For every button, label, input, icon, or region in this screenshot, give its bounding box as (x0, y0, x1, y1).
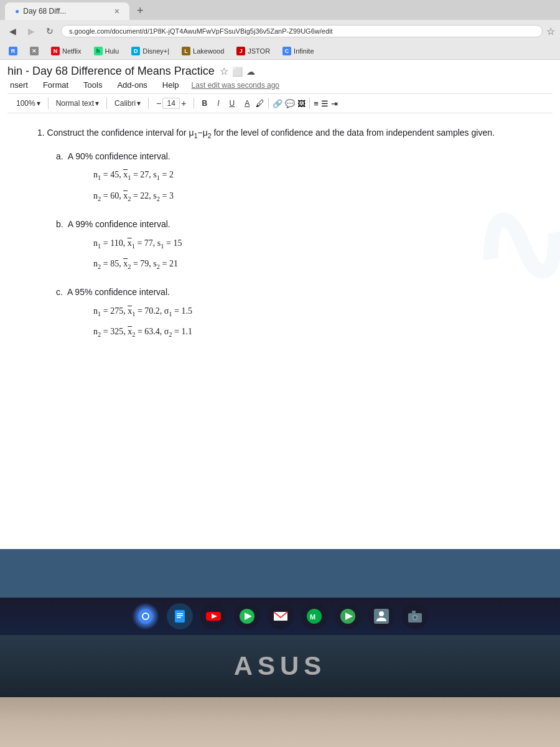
lakewood-icon: L (182, 47, 190, 55)
menu-help[interactable]: Help (160, 79, 182, 91)
decrease-font-btn[interactable]: − (156, 98, 161, 108)
style-selector[interactable]: Normal text ▾ (52, 98, 103, 109)
part-b-line1: n1 = 110, x1 = 77, s1 = 15 (93, 236, 523, 252)
part-a-label: a. A 90% confidence interval. (56, 149, 523, 164)
address-input[interactable]: s.google.com/document/d/1P8K-jQT4AwuMFwV… (61, 25, 543, 37)
font-dropdown-icon: ▾ (137, 99, 141, 108)
menu-format[interactable]: Format (40, 79, 71, 91)
active-tab[interactable]: ● Day 68 Diff... × (5, 2, 129, 20)
font-selector[interactable]: Calibri ▾ (111, 98, 144, 109)
toolbar-divider-3 (148, 98, 149, 109)
new-tab-button[interactable]: + (132, 2, 149, 20)
taskbar-camera[interactable] (402, 603, 428, 629)
doc-title-row: hin - Day 68 Difference of Means Practic… (7, 65, 553, 78)
svg-rect-3 (175, 610, 185, 622)
menu-insert[interactable]: nsert (7, 79, 30, 91)
jstor-label: JSTOR (248, 47, 270, 55)
increase-font-btn[interactable]: + (181, 98, 186, 108)
infinite-icon: C (282, 47, 291, 55)
menu-tools[interactable]: Tools (81, 79, 105, 91)
taskbar-youtube[interactable] (200, 603, 226, 629)
star-button[interactable]: ☆ (546, 26, 555, 37)
toolbar-divider-6 (309, 98, 310, 109)
browser-chrome: ● Day 68 Diff... × + ◀ ▶ ↻ s.google.com/… (0, 0, 560, 549)
part-c-label: c. A 95% confidence interval. (56, 285, 523, 300)
part-c-line1: n1 = 275, x1 = 70.2, σ1 = 1.5 (93, 304, 523, 320)
doc-menu-row: nsert Format Tools Add-ons Help Last edi… (7, 79, 553, 91)
bookmark-hulu[interactable]: h Hulu (90, 45, 123, 57)
tab-bar: ● Day 68 Diff... × + (0, 0, 560, 20)
svg-point-2 (143, 614, 148, 619)
toolbar: 100% ▾ Normal text ▾ Calibri ▾ − 14 + B … (7, 93, 553, 113)
menu-addons[interactable]: Add-ons (114, 79, 149, 91)
lakewood-label: Lakewood (193, 47, 224, 55)
asus-logo: ASUS (234, 651, 327, 681)
bookmark-x-icon: ✕ (30, 47, 39, 55)
taskbar-play[interactable] (234, 603, 260, 629)
bookmark-lakewood[interactable]: L Lakewood (178, 45, 228, 57)
part-b: b. A 99% confidence interval. n1 = 110, … (56, 217, 523, 273)
strikethrough-button[interactable]: A (241, 98, 253, 109)
bookmark-x[interactable]: ✕ (26, 45, 42, 57)
taskbar: M (0, 598, 560, 635)
tab-favicon: ● (15, 7, 19, 16)
address-bar-row: ◀ ▶ ↻ s.google.com/document/d/1P8K-jQT4A… (0, 20, 560, 42)
doc-title: hin - Day 68 Difference of Means Practic… (7, 65, 215, 78)
style-dropdown-icon: ▾ (95, 99, 99, 108)
hulu-label: Hulu (105, 47, 119, 55)
taskbar-play2[interactable] (335, 603, 361, 629)
bookmark-r-icon: R (9, 47, 17, 55)
doc-title-icons: ☆ ⬜ ☁ (220, 65, 255, 77)
question-1: 1. Construct the confidence interval for… (37, 126, 523, 341)
star-doc-icon[interactable]: ☆ (220, 65, 228, 77)
bold-button[interactable]: B (198, 98, 211, 109)
bookmark-r[interactable]: R (5, 45, 21, 57)
laptop-bezel (0, 697, 560, 747)
taskbar-meet[interactable]: M (301, 603, 327, 629)
comment-icon[interactable]: 💬 (285, 99, 295, 108)
tab-title: Day 68 Diff... (23, 7, 66, 16)
link-icon[interactable]: 🔗 (273, 99, 282, 108)
taskbar-files[interactable] (167, 603, 193, 629)
italic-button[interactable]: I (213, 98, 223, 109)
bookmarks-bar: R ✕ N Netflix h Hulu D Disney+| L Lakewo… (0, 42, 560, 60)
toolbar-divider-5 (268, 98, 269, 109)
svg-text:M: M (310, 613, 315, 621)
forward-button[interactable]: ▶ (24, 24, 39, 39)
bookmark-jstor[interactable]: J JSTOR (233, 45, 274, 57)
back-button[interactable]: ◀ (5, 24, 20, 39)
svg-rect-5 (177, 615, 183, 616)
part-c: c. A 95% confidence interval. n1 = 275, … (56, 285, 523, 341)
tab-close-button[interactable]: × (114, 6, 119, 16)
underline-button[interactable]: U (225, 98, 238, 109)
part-a-line2: n2 = 60, x2 = 22, s2 = 3 (93, 189, 523, 205)
bookmark-infinite[interactable]: C Infinite (279, 45, 317, 57)
part-b-label: b. A 99% confidence interval. (56, 217, 523, 232)
part-b-line2: n2 = 85, x2 = 79, s2 = 21 (93, 256, 523, 273)
svg-point-17 (379, 611, 384, 616)
hulu-icon: h (94, 47, 103, 55)
taskbar-person[interactable] (368, 603, 394, 629)
doc-content: ∿ 1. Construct the confidence interval f… (0, 113, 560, 549)
zoom-selector[interactable]: 100% ▾ (12, 98, 44, 109)
last-edit-status: Last edit was seconds ago (192, 81, 279, 90)
image-icon[interactable]: 🖼 (297, 99, 306, 108)
doc-menu-icon[interactable]: ⬜ (232, 67, 243, 77)
list-icon[interactable]: ☰ (321, 99, 329, 108)
align-icon[interactable]: ≡ (314, 99, 319, 108)
reload-button[interactable]: ↻ (42, 24, 57, 39)
taskbar-chrome[interactable] (132, 603, 159, 630)
toolbar-divider-2 (106, 98, 107, 109)
text-color-icon[interactable]: 🖊 (256, 98, 264, 108)
bookmark-netflix[interactable]: N Netflix (47, 45, 85, 57)
bookmark-disney[interactable]: D Disney+| (128, 45, 173, 57)
zoom-dropdown-icon: ▾ (37, 99, 40, 108)
taskbar-gmail[interactable] (268, 603, 294, 629)
asus-section: ASUS (0, 635, 560, 697)
doc-cloud-icon[interactable]: ☁ (246, 67, 255, 77)
font-size-area: − 14 + (152, 96, 190, 110)
part-a: a. A 90% confidence interval. n1 = 45, x… (56, 149, 523, 205)
jstor-icon: J (236, 47, 245, 55)
indent-icon[interactable]: ⇥ (331, 99, 338, 108)
font-size-input[interactable]: 14 (162, 98, 180, 109)
